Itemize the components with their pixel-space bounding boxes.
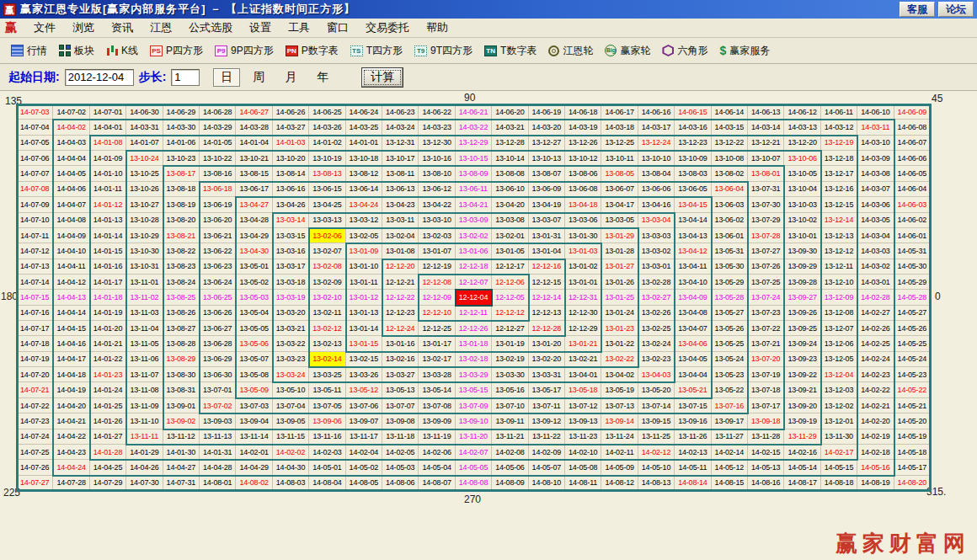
date-cell[interactable]: 14-01-05 xyxy=(200,136,236,151)
date-cell[interactable]: 13-11-02 xyxy=(126,290,163,305)
date-cell[interactable]: 13-03-19 xyxy=(273,290,309,305)
date-cell[interactable]: 13-02-23 xyxy=(638,352,675,367)
date-cell[interactable]: 13-08-07 xyxy=(529,166,565,181)
date-cell[interactable]: 14-02-22 xyxy=(857,382,894,397)
date-cell[interactable]: 14-03-20 xyxy=(529,120,565,135)
date-cell[interactable]: 13-08-03 xyxy=(675,166,711,181)
date-cell[interactable]: 13-06-27 xyxy=(200,321,236,336)
date-cell[interactable]: 14-04-22 xyxy=(53,429,89,445)
date-cell[interactable]: 13-09-06 xyxy=(309,413,345,429)
date-cell[interactable]: 14-03-06 xyxy=(857,197,894,212)
date-cell[interactable]: 14-02-25 xyxy=(857,336,894,351)
date-cell[interactable]: 13-11-06 xyxy=(126,352,163,367)
date-cell[interactable]: 13-07-05 xyxy=(309,398,345,413)
date-cell[interactable]: 13-03-05 xyxy=(601,213,638,228)
date-cell[interactable]: 14-01-21 xyxy=(90,336,126,351)
date-cell[interactable]: 13-12-10 xyxy=(821,275,857,290)
date-cell[interactable]: 13-03-28 xyxy=(419,367,455,382)
date-cell[interactable]: 13-12-06 xyxy=(821,336,857,351)
date-cell[interactable]: 13-12-16 xyxy=(821,182,857,197)
date-cell[interactable]: 13-01-16 xyxy=(382,336,419,351)
date-cell[interactable]: 14-08-11 xyxy=(565,476,601,491)
date-cell[interactable]: 13-12-20 xyxy=(784,136,820,151)
date-cell[interactable]: 14-06-07 xyxy=(894,136,931,151)
date-cell[interactable]: 13-09-10 xyxy=(456,413,492,429)
date-cell[interactable]: 14-04-13 xyxy=(53,290,89,305)
date-cell[interactable]: 14-08-05 xyxy=(346,476,382,491)
period-year-button[interactable]: 年 xyxy=(309,68,336,87)
date-cell[interactable]: 13-01-30 xyxy=(565,228,601,243)
date-cell[interactable]: 13-11-03 xyxy=(126,306,163,321)
date-cell[interactable]: 14-03-11 xyxy=(857,120,894,135)
date-cell[interactable]: 13-01-15 xyxy=(346,336,382,351)
date-cell[interactable]: 12-12-27 xyxy=(492,321,528,336)
date-cell[interactable]: 13-01-01 xyxy=(565,275,601,290)
date-cell[interactable]: 14-04-23 xyxy=(53,445,89,460)
date-cell[interactable]: 14-02-12 xyxy=(638,445,675,460)
date-cell[interactable]: 14-07-14 xyxy=(17,275,53,290)
date-cell[interactable]: 13-05-16 xyxy=(492,382,528,397)
date-cell[interactable]: 13-02-02 xyxy=(456,228,492,243)
date-cell[interactable]: 13-09-02 xyxy=(163,413,200,429)
date-cell[interactable]: 13-11-13 xyxy=(200,429,236,445)
date-cell[interactable]: 13-03-21 xyxy=(273,321,309,336)
date-cell[interactable]: 14-05-05 xyxy=(456,460,492,475)
date-cell[interactable]: 13-04-24 xyxy=(346,197,382,212)
date-cell[interactable]: 13-02-21 xyxy=(565,352,601,367)
date-cell[interactable]: 14-04-19 xyxy=(53,382,89,397)
date-cell[interactable]: 13-04-28 xyxy=(236,213,272,228)
menu-item-browse[interactable]: 浏览 xyxy=(64,19,103,37)
date-cell[interactable]: 13-05-03 xyxy=(236,290,272,305)
toolbar-hexagon[interactable]: 六角形 xyxy=(656,40,713,61)
date-cell[interactable]: 13-07-17 xyxy=(748,398,784,413)
date-cell[interactable]: 13-10-09 xyxy=(675,151,711,166)
date-cell[interactable]: 14-08-08 xyxy=(456,476,492,491)
date-cell[interactable]: 13-03-09 xyxy=(456,213,492,228)
date-cell[interactable]: 13-11-25 xyxy=(638,429,675,445)
date-cell[interactable]: 13-08-06 xyxy=(565,166,601,181)
date-cell[interactable]: 14-01-07 xyxy=(126,136,163,151)
date-cell[interactable]: 13-04-03 xyxy=(638,367,675,382)
date-cell[interactable]: 14-03-31 xyxy=(126,120,163,135)
date-cell[interactable]: 14-06-23 xyxy=(382,104,419,120)
date-cell[interactable]: 14-08-13 xyxy=(638,476,675,491)
date-cell[interactable]: 13-12-18 xyxy=(821,151,857,166)
date-cell[interactable]: 14-06-11 xyxy=(821,104,857,120)
date-cell[interactable]: 14-04-06 xyxy=(53,182,89,197)
date-cell[interactable]: 14-07-10 xyxy=(17,213,53,228)
date-cell[interactable]: 14-06-05 xyxy=(894,166,931,181)
date-cell[interactable]: 13-03-15 xyxy=(273,228,309,243)
date-cell[interactable]: 13-01-12 xyxy=(346,290,382,305)
date-cell[interactable]: 13-05-14 xyxy=(419,382,455,397)
date-cell[interactable]: 13-10-11 xyxy=(601,151,638,166)
date-cell[interactable]: 13-11-20 xyxy=(456,429,492,445)
date-cell[interactable]: 12-12-05 xyxy=(492,290,528,305)
date-cell[interactable]: 14-07-06 xyxy=(17,151,53,166)
date-cell[interactable]: 13-11-19 xyxy=(419,429,455,445)
date-cell[interactable]: 13-09-05 xyxy=(273,413,309,429)
date-cell[interactable]: 13-01-11 xyxy=(346,275,382,290)
date-cell[interactable]: 13-04-08 xyxy=(675,306,711,321)
toolbar-kline[interactable]: K线 xyxy=(100,40,144,61)
date-cell[interactable]: 13-06-09 xyxy=(529,182,565,197)
date-cell[interactable]: 13-11-24 xyxy=(601,429,638,445)
date-cell[interactable]: 13-01-14 xyxy=(346,321,382,336)
date-cell[interactable]: 13-12-17 xyxy=(821,166,857,181)
date-cell[interactable]: 13-03-01 xyxy=(638,259,675,275)
date-cell[interactable]: 13-09-07 xyxy=(346,413,382,429)
date-cell[interactable]: 13-05-18 xyxy=(565,382,601,397)
date-cell[interactable]: 13-11-14 xyxy=(236,429,272,445)
date-cell[interactable]: 14-06-30 xyxy=(126,104,163,120)
date-cell[interactable]: 13-05-31 xyxy=(712,243,748,259)
date-cell[interactable]: 13-04-06 xyxy=(675,336,711,351)
date-cell[interactable]: 14-04-15 xyxy=(53,321,89,336)
date-cell[interactable]: 14-07-17 xyxy=(17,321,53,336)
date-cell[interactable]: 14-02-10 xyxy=(565,445,601,460)
date-cell[interactable]: 14-04-26 xyxy=(126,460,163,475)
date-cell[interactable]: 13-05-22 xyxy=(712,382,748,397)
date-cell[interactable]: 13-10-22 xyxy=(200,151,236,166)
date-cell[interactable]: 14-08-10 xyxy=(529,476,565,491)
date-cell[interactable]: 14-01-20 xyxy=(90,321,126,336)
date-cell[interactable]: 13-07-26 xyxy=(748,259,784,275)
date-cell[interactable]: 13-11-28 xyxy=(748,429,784,445)
